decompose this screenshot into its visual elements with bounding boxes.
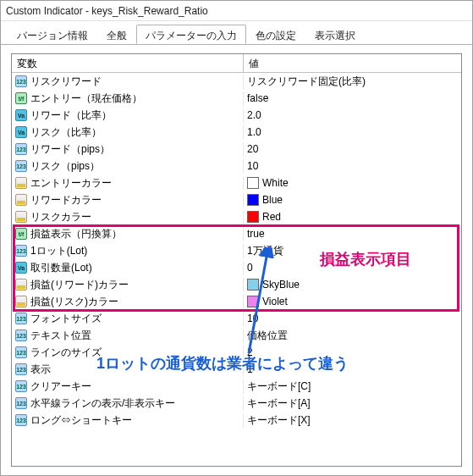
header-value[interactable]: 値 (244, 54, 461, 72)
cell-value[interactable]: 1万通貨 (244, 244, 461, 258)
cell-value[interactable]: リスクリワード固定(比率) (244, 75, 461, 89)
tab-display-select[interactable]: 表示選択 (305, 25, 365, 44)
table-row[interactable]: 取引数量(Lot)0 (12, 259, 461, 276)
cell-variable: リスクリワード (12, 75, 244, 89)
cell-variable: 1ロット(Lot) (12, 244, 244, 258)
table-row[interactable]: ラインのサイズ2 (12, 344, 461, 361)
grid-header: 変数 値 (12, 54, 461, 73)
parameter-grid[interactable]: 変数 値 リスクリワードリスクリワード固定(比率)エントリー（現在価格）fals… (11, 53, 462, 467)
variable-label: エントリー（現在価格） (30, 91, 142, 106)
variable-label: 損益表示（円換算） (30, 227, 122, 241)
value-text: 20 (247, 143, 258, 155)
table-row[interactable]: 表示1 (12, 361, 461, 378)
123-icon (15, 363, 27, 375)
123-icon (15, 75, 27, 87)
cell-value[interactable]: 0 (244, 262, 461, 274)
table-row[interactable]: フォントサイズ10 (12, 310, 461, 327)
table-row[interactable]: 水平線ラインの表示/非表示キーキーボード[A] (12, 395, 461, 412)
cell-value[interactable]: キーボード[A] (244, 396, 461, 411)
tab-parameters-input[interactable]: パラメーターの入力 (136, 25, 246, 44)
table-row[interactable]: ロング⇔ショートキーキーボード[X] (12, 412, 461, 429)
cell-variable: エントリーカラー (12, 176, 244, 191)
variable-label: リワードカラー (30, 193, 102, 208)
tab-general[interactable]: 全般 (97, 25, 136, 44)
cell-value[interactable]: 10 (244, 160, 461, 172)
123-icon (15, 160, 27, 172)
variable-label: クリアーキー (30, 379, 91, 394)
table-row[interactable]: リスク（比率）1.0 (12, 124, 461, 141)
value-text: Blue (262, 194, 283, 206)
variable-label: ロング⇔ショートキー (30, 413, 132, 428)
cell-value[interactable]: 2 (244, 346, 461, 358)
cell-value[interactable]: キーボード[C] (244, 379, 461, 394)
cell-value[interactable]: 1.0 (244, 126, 461, 138)
123-icon (15, 329, 27, 341)
table-row[interactable]: リワード（pips）20 (12, 141, 461, 158)
cell-variable: 損益(リスク)カラー (12, 295, 244, 309)
table-row[interactable]: エントリーカラーWhite (12, 174, 461, 191)
table-row[interactable]: テキスト位置価格位置 (12, 327, 461, 344)
cell-variable: リスク（比率） (12, 125, 244, 140)
color-swatch (247, 194, 259, 206)
cell-variable: リワード（pips） (12, 142, 244, 157)
cell-variable: リスクカラー (12, 210, 244, 224)
table-row[interactable]: 損益(リワード)カラーSkyBlue (12, 276, 461, 293)
variable-label: リワード（pips） (30, 142, 110, 157)
tab-color-settings[interactable]: 色の設定 (246, 25, 305, 44)
value-text: キーボード[A] (247, 396, 311, 411)
va-icon (15, 109, 27, 121)
color-swatch (247, 211, 259, 223)
table-row[interactable]: リスクカラーRed (12, 208, 461, 225)
variable-label: リワード（比率） (30, 108, 112, 123)
value-text: 1.0 (247, 126, 261, 138)
va-icon (15, 262, 27, 274)
tf-icon (15, 228, 27, 240)
header-variable[interactable]: 変数 (12, 54, 244, 72)
cell-value[interactable]: 価格位置 (244, 329, 461, 343)
table-row[interactable]: 損益(リスク)カラーViolet (12, 293, 461, 310)
cell-value[interactable]: false (244, 92, 461, 104)
cell-value[interactable]: Violet (244, 296, 461, 307)
variable-label: リスク（pips） (30, 159, 100, 174)
123-icon (15, 414, 27, 426)
value-text: SkyBlue (262, 279, 300, 291)
variable-label: 1ロット(Lot) (30, 244, 87, 258)
table-row[interactable]: クリアーキーキーボード[C] (12, 378, 461, 395)
value-text: キーボード[C] (247, 379, 311, 394)
table-row[interactable]: リスク（pips）10 (12, 158, 461, 174)
cell-value[interactable]: 2.0 (244, 109, 461, 121)
cell-value[interactable]: キーボード[X] (244, 413, 461, 428)
color-swatch (247, 177, 259, 189)
value-text: リスクリワード固定(比率) (247, 75, 366, 89)
color-swatch (247, 279, 259, 291)
value-text: キーボード[X] (247, 413, 311, 428)
cell-value[interactable]: Red (244, 211, 461, 223)
cell-value[interactable]: 1 (244, 363, 461, 375)
cell-value[interactable]: White (244, 177, 461, 189)
cell-value[interactable]: 20 (244, 143, 461, 155)
cell-value[interactable]: Blue (244, 194, 461, 206)
123-icon (15, 143, 27, 155)
cell-value[interactable]: 10 (244, 313, 461, 324)
tab-version-info[interactable]: バージョン情報 (8, 25, 97, 44)
table-row[interactable]: リスクリワードリスクリワード固定(比率) (12, 73, 461, 90)
cell-variable: エントリー（現在価格） (12, 91, 244, 106)
value-text: false (247, 92, 268, 104)
table-row[interactable]: エントリー（現在価格）false (12, 90, 461, 107)
table-row[interactable]: リワードカラーBlue (12, 191, 461, 208)
table-row[interactable]: リワード（比率）2.0 (12, 107, 461, 124)
value-text: 1 (247, 363, 253, 375)
cell-variable: ラインのサイズ (12, 346, 244, 360)
cell-variable: 取引数量(Lot) (12, 261, 244, 275)
value-text: true (247, 228, 265, 240)
value-text: White (262, 177, 289, 189)
cell-value[interactable]: SkyBlue (244, 279, 461, 291)
rows: リスクリワードリスクリワード固定(比率)エントリー（現在価格）falseリワード… (12, 73, 461, 429)
color-swatch (247, 296, 259, 307)
variable-label: リスク（比率） (30, 125, 102, 140)
window-title: Custom Indicator - keys_Risk_Reward_Rati… (1, 1, 472, 21)
table-row[interactable]: 1ロット(Lot)1万通貨 (12, 242, 461, 259)
table-row[interactable]: 損益表示（円換算）true (12, 225, 461, 242)
cell-value[interactable]: true (244, 228, 461, 240)
cell-variable: 損益表示（円換算） (12, 227, 244, 241)
